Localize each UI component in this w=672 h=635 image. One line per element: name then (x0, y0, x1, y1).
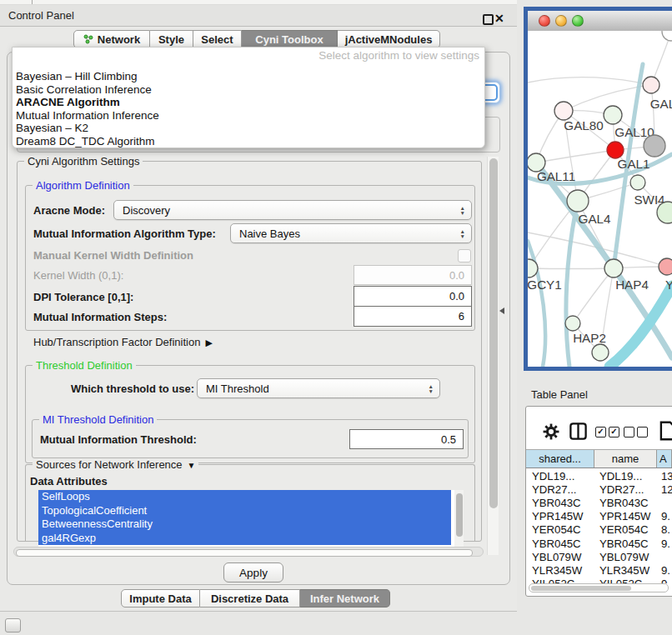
data-attributes-list[interactable]: SelfLoopsTopologicalCoefficientBetweenne… (38, 490, 464, 547)
threshold-definition-title: Threshold Definition (33, 359, 136, 372)
dpi-tolerance-label: DPI Tolerance [0,1]: (33, 291, 133, 303)
tab-label: jActiveMNodules (345, 33, 433, 46)
table-cell: YBR045C (526, 538, 594, 550)
node-hap4[interactable] (604, 259, 623, 278)
hub-definition-toggle[interactable]: Hub/Transcription Factor Definition▶ (33, 336, 213, 348)
tab-infer-network[interactable]: Infer Network (300, 589, 390, 608)
settings-vertical-scrollbar[interactable] (487, 157, 499, 555)
attribute-item-selected[interactable]: gal4RGexp (38, 532, 451, 546)
settings-horizontal-scrollbar[interactable] (13, 547, 484, 557)
algorithm-option[interactable]: Bayesian – Hill Climbing (16, 70, 481, 83)
tab-network[interactable]: Network (73, 30, 150, 48)
expanded-arrow-icon: ▼ (188, 461, 196, 470)
algorithm-option[interactable]: Dream8 DC_TDC Algorithm (16, 135, 481, 148)
which-threshold-select[interactable]: MI Threshold ▲▼ (197, 378, 440, 398)
table-row[interactable]: YBR043CYBR043C (526, 496, 672, 509)
table-row[interactable]: YDR27...YDR27...12 (526, 482, 672, 496)
node-top-partial[interactable] (662, 31, 672, 41)
tab-style[interactable]: Style (150, 30, 193, 48)
attribute-item-selected[interactable]: TopologicalCoefficient (38, 504, 451, 518)
collapsed-panel-button[interactable] (5, 618, 21, 632)
table-cell: YPR145W (594, 510, 657, 522)
columns-icon[interactable] (569, 422, 588, 441)
column-header[interactable]: shared... (526, 450, 594, 468)
which-threshold-label: Which threshold to use: (71, 382, 194, 395)
table-row[interactable]: YDL19...YDL19...13 (526, 469, 672, 482)
tab-jactivemnodules[interactable]: jActiveMNodules (338, 30, 440, 48)
node-gal1[interactable] (607, 142, 624, 158)
apply-button[interactable]: Apply (223, 562, 283, 582)
network-canvas[interactable]: GALGAL80GAL10GAL1GAL11SWI4GAL4GCY1HAP4YH… (528, 31, 672, 367)
tab-label: Infer Network (310, 592, 379, 605)
deselect-all-checks-icon[interactable] (624, 427, 648, 438)
table-row[interactable]: YPR145WYPR145W9. (526, 510, 672, 523)
attributes-list-scrollbar[interactable] (454, 490, 464, 547)
close-window-icon[interactable] (539, 15, 550, 27)
mi-threshold-field[interactable]: 0.5 (349, 429, 464, 449)
column-header[interactable]: name (594, 450, 657, 468)
mi-type-select[interactable]: Naive Bayes ▲▼ (230, 223, 472, 243)
aracne-mode-value: Discovery (123, 204, 170, 217)
algorithm-option[interactable]: Bayesian – K2 (16, 122, 481, 135)
attribute-item-selected[interactable]: BetweennessCentrality (38, 518, 451, 532)
aracne-mode-select[interactable]: Discovery ▲▼ (113, 200, 472, 220)
mi-steps-label: Mutual Information Steps: (33, 311, 167, 323)
node-gray[interactable] (644, 135, 665, 157)
table-row[interactable]: YLR345WYLR345W9. (526, 563, 672, 577)
spinner-arrows-icon: ▲▼ (460, 206, 465, 215)
mi-steps-field[interactable]: 6 (354, 306, 472, 327)
table-header-row: shared...nameA (526, 449, 672, 468)
screen: Control Panel ✕ NetworkStyleSelectCyni T… (0, 0, 672, 635)
kernel-width-label: Kernel Width (0,1): (33, 269, 123, 282)
algorithm-option[interactable]: ARACNE Algorithm (16, 96, 481, 109)
table-row[interactable]: YBL079WYBL079W (526, 550, 672, 563)
table-row[interactable]: YBR045CYBR045C9. (526, 537, 672, 550)
column-header[interactable]: A (657, 450, 672, 468)
mi-type-label: Mutual Information Algorithm Type: (33, 228, 216, 240)
node-bottom[interactable] (592, 344, 609, 361)
algorithm-option[interactable]: Basic Correlation Inference (16, 83, 481, 97)
node-swi4[interactable] (630, 175, 645, 190)
node-gal10[interactable] (604, 106, 622, 124)
table-cell: YLR345W (594, 564, 657, 577)
algorithm-option[interactable]: Mutual Information Inference (16, 109, 481, 122)
close-panel-icon[interactable]: ✕ (494, 12, 504, 25)
table-row[interactable]: YIL052CYIL052C9 (526, 578, 672, 584)
node-hap2[interactable] (565, 316, 580, 331)
node-gal80[interactable] (554, 102, 573, 120)
pane-resize-arrow[interactable] (499, 308, 504, 314)
table-horizontal-scrollbar[interactable] (529, 583, 669, 592)
node-pink-right[interactable] (659, 258, 672, 275)
table-row[interactable]: YER054CYER054C8. (526, 523, 672, 537)
table-body: YDL19...YDL19...13YDR27...YDR27...12YBR0… (526, 469, 672, 583)
gear-icon[interactable] (542, 422, 560, 441)
network-icon (83, 34, 93, 44)
tab-select[interactable]: Select (193, 30, 242, 48)
control-panel-tabs: NetworkStyleSelectCyni ToolboxjActiveMNo… (73, 30, 440, 48)
select-all-checks-icon[interactable]: ✓✓ (595, 427, 619, 438)
tab-impute-data[interactable]: Impute Data (121, 589, 200, 608)
float-panel-icon[interactable] (483, 14, 494, 25)
file-icon[interactable] (657, 420, 672, 442)
mi-threshold-label: Mutual Information Threshold: (40, 433, 197, 446)
algorithm-definition-title: Algorithm Definition (33, 179, 133, 192)
node-hap2-label: HAP2 (573, 331, 606, 345)
settings-hscroll-thumb[interactable] (16, 549, 473, 557)
sources-title: Sources for Network Inference▼ (33, 458, 198, 471)
tab-discretize-data[interactable]: Discretize Data (200, 589, 300, 608)
kernel-width-field: 0.0 (354, 265, 472, 285)
attribute-item-selected[interactable]: SelfLoops (38, 490, 451, 504)
node-gal-top[interactable] (643, 77, 659, 93)
table-hscroll-thumb[interactable] (531, 586, 631, 591)
manual-kernel-checkbox[interactable] (458, 249, 471, 262)
table-cell: 8. (657, 523, 672, 536)
data-attributes-label: Data Attributes (30, 475, 108, 488)
dpi-tolerance-field[interactable]: 0.0 (354, 286, 472, 307)
tab-cyni-toolbox[interactable]: Cyni Toolbox (242, 30, 338, 48)
settings-vscroll-thumb[interactable] (489, 158, 498, 508)
table-cell: YBR045C (594, 538, 657, 550)
zoom-window-icon[interactable] (572, 15, 584, 27)
minimize-window-icon[interactable] (555, 15, 567, 27)
node-gal4[interactable] (567, 190, 589, 212)
table-cell: YER054C (594, 523, 657, 536)
